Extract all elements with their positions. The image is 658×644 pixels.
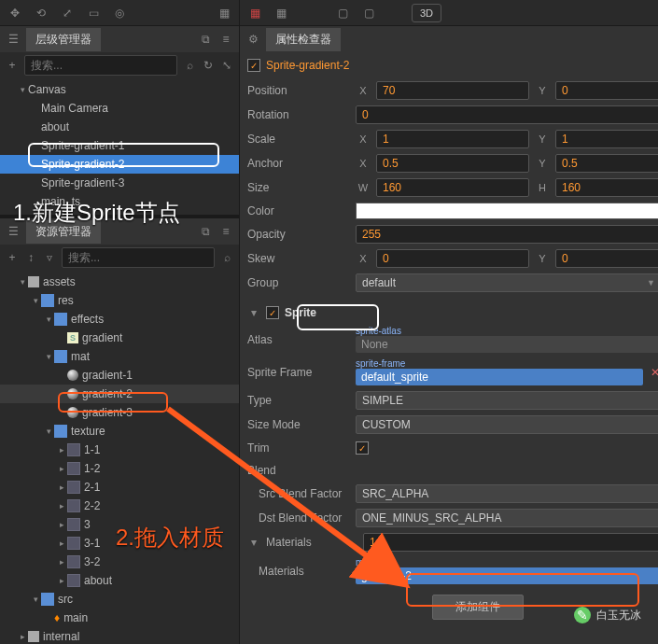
sprite-component-header[interactable]: ▾ Sprite 🕮 ⚙ [240,302,658,323]
hierarchy-node[interactable]: ▾Canvas [0,80,239,99]
asset-node[interactable]: ▸2-2 [0,497,239,515]
watermark: ✎ 白玉无冰 [574,607,641,623]
hierarchy-tree: ▾CanvasMain CameraaboutSprite-gradient-1… [0,78,239,215]
rotation-input[interactable] [356,105,658,124]
asset-node[interactable]: ▾assets [0,273,239,291]
refresh-icon[interactable]: ↻ [202,59,215,72]
prop-label: Trim [247,441,350,455]
prop-label: Sprite Frame [247,366,350,379]
asset-node[interactable]: ▸2-1 [0,478,239,497]
skew-x-input[interactable] [376,249,529,268]
add-node-button[interactable]: + [6,59,19,72]
asset-node[interactable]: ▸internal [0,627,239,644]
scale-x-input[interactable] [376,130,529,148]
asset-node[interactable]: ▾res [0,291,239,310]
add-asset-button[interactable]: + [6,251,19,264]
opacity-input[interactable] [356,225,658,244]
prop-label: Group [247,276,350,289]
asset-node[interactable]: ▾src [0,590,239,609]
node-name[interactable]: Sprite-gradient-2 [266,59,349,72]
hierarchy-node[interactable]: Main Camera [0,99,239,118]
hierarchy-node[interactable]: about [0,118,239,136]
hierarchy-title: 层级管理器 [26,28,101,51]
atlas-field[interactable]: None [356,336,658,353]
group-dropdown[interactable]: default▼ [356,273,658,292]
wechat-icon: ✎ [574,607,591,623]
hierarchy-node[interactable]: Sprite-gradient-3 [0,174,239,192]
anchor-x-input[interactable] [376,154,529,173]
sprite-enabled-checkbox[interactable] [266,306,279,319]
rotate-tool-icon[interactable]: ⟲ [32,4,50,22]
position-y-input[interactable] [555,81,658,100]
asset-node[interactable]: ▸1-1 [0,441,239,459]
sort-icon[interactable]: ↕ [24,251,37,264]
popout-icon[interactable]: ⧉ [198,225,213,238]
filter-icon[interactable]: ▿ [43,251,56,264]
inspector-title: 属性检查器 [266,28,341,51]
asset-node[interactable]: gradient-2 [0,385,239,403]
collapse-icon[interactable]: ⤡ [220,59,233,72]
material-slot-field[interactable]: gradient-2 [356,567,658,584]
trim-checkbox[interactable] [356,441,369,455]
node-enabled-checkbox[interactable] [247,59,260,72]
prop-label: Size Mode [247,418,350,431]
search-icon[interactable]: ⌕ [220,251,233,264]
hierarchy-search-input[interactable] [24,55,177,76]
assets-search-input[interactable] [62,247,215,268]
view-3d-button[interactable]: 3D [412,4,441,22]
toolbar-icon[interactable]: ▦ [245,4,264,22]
asset-node[interactable]: ▾mat [0,347,239,366]
chevron-down-icon[interactable]: ▾ [247,536,260,549]
asset-node[interactable]: ▸3-1 [0,534,239,553]
prop-label: Src Blend Factor [247,487,350,500]
asset-node[interactable]: ▸3 [0,515,239,534]
align-icon[interactable]: ▢ [333,4,352,22]
asset-node[interactable]: ▸1-2 [0,459,239,478]
materials-count-input[interactable] [363,533,658,552]
asset-node[interactable]: ▾texture [0,422,239,441]
size-w-input[interactable] [376,178,529,197]
add-component-button[interactable]: 添加组件 [432,595,524,620]
hierarchy-node[interactable]: main_ts [0,192,239,211]
skew-y-input[interactable] [555,249,658,268]
inspector-header: ⚙ 属性检查器 ⧉ ≡ [240,26,658,52]
move-tool-icon[interactable]: ✥ [6,4,24,22]
menu-icon[interactable]: ≡ [218,33,233,46]
type-dropdown[interactable]: SIMPLE▼ [356,391,658,410]
color-swatch[interactable] [356,203,658,219]
prop-label: Scale [247,133,350,146]
scale-y-input[interactable] [555,130,658,148]
asset-node[interactable]: gradient-1 [0,366,239,385]
src-blend-dropdown[interactable]: SRC_ALPHA▼ [356,484,658,503]
anchor-tool-icon[interactable]: ◎ [110,4,129,22]
prop-label: Skew [247,252,350,265]
hierarchy-node[interactable]: Sprite-gradient-1 [0,136,239,155]
misc-icon[interactable]: ▦ [215,4,233,22]
clear-icon[interactable]: ✕ [649,366,658,379]
position-x-input[interactable] [376,81,529,100]
hierarchy-icon: ☰ [6,33,21,46]
dst-blend-dropdown[interactable]: ONE_MINUS_SRC_ALPHA▼ [356,509,658,527]
asset-node[interactable]: ▸3-2 [0,553,239,571]
rect-tool-icon[interactable]: ▭ [84,4,103,22]
asset-node[interactable]: gradient-3 [0,403,239,422]
assets-icon: ☰ [6,225,21,238]
sprite-frame-field[interactable]: default_sprite [356,369,643,385]
align-icon[interactable]: ▢ [359,4,378,22]
gear-icon: ⚙ [245,33,260,46]
prop-label: Color [247,204,350,217]
search-icon[interactable]: ⌕ [183,59,196,72]
scale-tool-icon[interactable]: ⤢ [58,4,77,22]
asset-node[interactable]: ▾effects [0,310,239,329]
asset-node[interactable]: Sgradient [0,329,239,347]
popout-icon[interactable]: ⧉ [198,33,213,46]
hierarchy-node[interactable]: Sprite-gradient-2 [0,155,239,174]
asset-node[interactable]: ♦main [0,609,239,627]
asset-node[interactable]: ▸about [0,571,239,590]
sizemode-dropdown[interactable]: CUSTOM▼ [356,415,658,434]
size-h-input[interactable] [555,178,658,197]
toolbar-icon[interactable]: ▦ [272,4,290,22]
prop-label: Materials [266,536,357,549]
menu-icon[interactable]: ≡ [218,225,233,238]
anchor-y-input[interactable] [555,154,658,173]
